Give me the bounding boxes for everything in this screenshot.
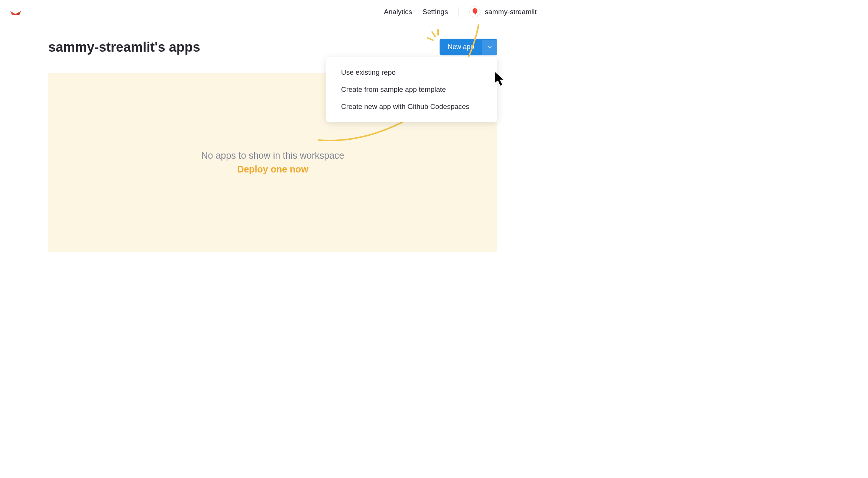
user-menu[interactable]: 🎈 sammy-streamlit bbox=[469, 6, 537, 17]
dropdown-item-codespaces[interactable]: Create new app with Github Codespaces bbox=[326, 98, 497, 115]
dropdown-item-existing-repo[interactable]: Use existing repo bbox=[326, 64, 497, 81]
title-row: sammy-streamlit's apps New app Use exist… bbox=[48, 39, 497, 55]
new-app-wrapper: New app Use existing repo Create from sa… bbox=[440, 39, 497, 55]
username-label: sammy-streamlit bbox=[485, 8, 537, 16]
deploy-now-link[interactable]: Deploy one now bbox=[237, 164, 308, 175]
main-content: sammy-streamlit's apps New app Use exist… bbox=[0, 24, 545, 252]
new-app-button[interactable]: New app bbox=[440, 39, 497, 55]
chevron-down-icon[interactable] bbox=[482, 40, 497, 55]
header: Analytics Settings 🎈 sammy-streamlit bbox=[0, 0, 545, 24]
streamlit-logo-icon[interactable] bbox=[9, 5, 22, 19]
empty-message: No apps to show in this workspace bbox=[201, 150, 344, 161]
avatar: 🎈 bbox=[469, 6, 480, 17]
dropdown-item-sample-template[interactable]: Create from sample app template bbox=[326, 81, 497, 98]
analytics-link[interactable]: Analytics bbox=[384, 8, 412, 16]
divider bbox=[459, 7, 459, 17]
new-app-label: New app bbox=[440, 39, 482, 55]
settings-link[interactable]: Settings bbox=[422, 8, 448, 16]
page-title: sammy-streamlit's apps bbox=[48, 39, 200, 55]
balloon-icon: 🎈 bbox=[471, 8, 479, 16]
new-app-dropdown: Use existing repo Create from sample app… bbox=[326, 57, 497, 122]
nav-right: Analytics Settings 🎈 sammy-streamlit bbox=[384, 6, 537, 17]
